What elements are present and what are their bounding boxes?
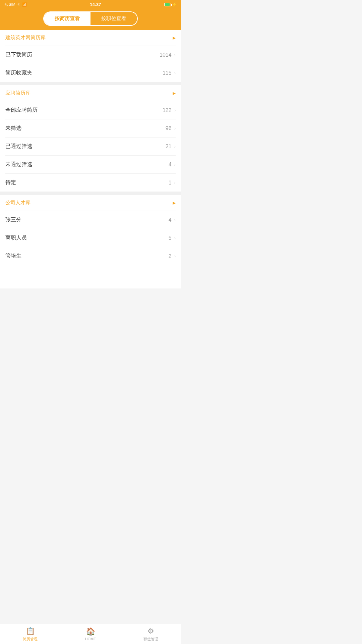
section-yingpin-title: 应聘简历库 — [5, 90, 31, 96]
list-item-zhangsan[interactable]: 张三分 4 › — [0, 211, 181, 229]
tab-by-position[interactable]: 按职位查看 — [90, 12, 137, 25]
section-talentpool-header[interactable]: 公司人才库 ▶ — [0, 195, 181, 211]
item-count-unfiltered: 96 — [166, 125, 172, 131]
item-count-passed: 21 — [166, 144, 172, 150]
item-right-unfiltered: 96 › — [166, 125, 176, 131]
item-count-zhangsan: 4 — [169, 217, 172, 223]
section-talentpool-arrow: ▶ — [173, 201, 176, 205]
item-right-resigned: 5 › — [169, 235, 176, 241]
chevron-icon-trainee: › — [174, 254, 176, 259]
section-yingpin-header[interactable]: 应聘简历库 ▶ — [0, 85, 181, 101]
item-right-pending: 1 › — [169, 180, 176, 186]
list-item-favorites[interactable]: 简历收藏夹 115 › — [0, 64, 181, 82]
item-count-all-resumes: 122 — [163, 107, 172, 113]
list-item-trainee[interactable]: 管培生 2 › — [0, 247, 181, 265]
section-jianzhuyingcai-title: 建筑英才网简历库 — [5, 35, 46, 41]
item-count-resigned: 5 — [169, 235, 172, 241]
status-right: ⚡ — [164, 2, 177, 7]
charging-icon: ⚡ — [172, 2, 177, 7]
chevron-icon-all-resumes: › — [174, 108, 176, 113]
wifi-icon: 📶 — [22, 2, 27, 7]
section-divider-1 — [0, 82, 181, 85]
section-divider-2 — [0, 192, 181, 195]
item-count-rejected: 4 — [169, 162, 172, 168]
item-right-passed: 21 › — [166, 144, 176, 150]
item-right-all-resumes: 122 › — [163, 107, 176, 113]
chevron-icon-pending: › — [174, 180, 176, 185]
item-label-all-resumes: 全部应聘简历 — [5, 107, 38, 114]
item-label-zhangsan: 张三分 — [5, 216, 21, 223]
item-label-favorites: 简历收藏夹 — [5, 69, 32, 76]
item-label-trainee: 管培生 — [5, 253, 21, 260]
chevron-icon-resigned: › — [174, 235, 176, 240]
item-count-trainee: 2 — [169, 253, 172, 259]
list-item-passed[interactable]: 已通过筛选 21 › — [0, 138, 181, 155]
item-label-rejected: 未通过筛选 — [5, 161, 32, 168]
status-left: 无 SIM 卡 📶 — [4, 2, 27, 7]
chevron-icon-zhangsan: › — [174, 217, 176, 222]
section-yingpin-arrow: ▶ — [173, 91, 176, 96]
chevron-icon-passed: › — [174, 144, 176, 149]
item-label-pending: 待定 — [5, 179, 16, 186]
status-bar: 无 SIM 卡 📶 14:37 ⚡ — [0, 0, 181, 9]
item-label-unfiltered: 未筛选 — [5, 125, 21, 132]
header: 按简历查看 按职位查看 — [0, 9, 181, 30]
item-label-resigned: 离职人员 — [5, 234, 27, 241]
item-count-pending: 1 — [169, 180, 172, 186]
status-time: 14:37 — [90, 2, 101, 7]
chevron-icon-favorites: › — [174, 70, 176, 75]
item-right-rejected: 4 › — [169, 162, 176, 168]
list-item-downloaded[interactable]: 已下载简历 1014 › — [0, 46, 181, 64]
list-item-pending[interactable]: 待定 1 › — [0, 174, 181, 192]
list-item-unfiltered[interactable]: 未筛选 96 › — [0, 119, 181, 137]
tab-switch: 按简历查看 按职位查看 — [43, 11, 138, 26]
list-item-rejected[interactable]: 未通过筛选 4 › — [0, 156, 181, 173]
section-jianzhuyingcai-arrow: ▶ — [173, 36, 176, 40]
item-right-zhangsan: 4 › — [169, 217, 176, 223]
section-talentpool-title: 公司人才库 — [5, 200, 31, 206]
chevron-icon-unfiltered: › — [174, 126, 176, 131]
chevron-icon-downloaded: › — [174, 52, 176, 57]
item-label-downloaded: 已下载简历 — [5, 51, 32, 58]
item-right-downloaded: 1014 › — [160, 52, 176, 58]
item-count-favorites: 115 — [163, 70, 172, 76]
battery-icon — [164, 3, 171, 6]
main-content: 建筑英才网简历库 ▶ 已下载简历 1014 › 简历收藏夹 115 › 应聘简历… — [0, 30, 181, 288]
tab-by-resume[interactable]: 按简历查看 — [44, 12, 90, 25]
chevron-icon-rejected: › — [174, 162, 176, 167]
section-jianzhuyingcai-header[interactable]: 建筑英才网简历库 ▶ — [0, 30, 181, 46]
sim-status: 无 SIM 卡 — [4, 2, 20, 7]
item-count-downloaded: 1014 — [160, 52, 172, 58]
item-right-favorites: 115 › — [163, 70, 176, 76]
item-label-passed: 已通过筛选 — [5, 143, 32, 150]
list-item-all-resumes[interactable]: 全部应聘简历 122 › — [0, 101, 181, 119]
item-right-trainee: 2 › — [169, 253, 176, 259]
list-item-resigned[interactable]: 离职人员 5 › — [0, 229, 181, 247]
